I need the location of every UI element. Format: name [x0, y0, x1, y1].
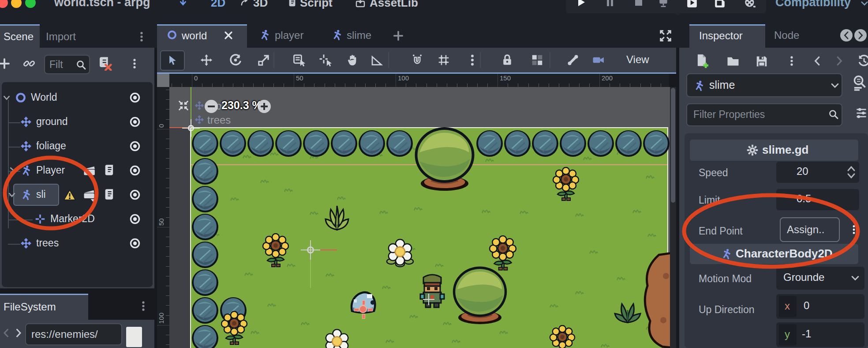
tab-script[interactable]: Script: [300, 0, 333, 10]
resource-menu-icon[interactable]: [786, 54, 797, 68]
up-direction-x-field[interactable]: x 0: [776, 294, 864, 319]
tree-node-label[interactable]: foliage: [36, 140, 102, 153]
tab-inspector[interactable]: Inspector: [689, 26, 765, 48]
minimize-window-button[interactable]: [11, 0, 22, 8]
tab-scene[interactable]: Scene: [0, 26, 40, 48]
spinner-icon[interactable]: [846, 165, 857, 179]
save-resource-button[interactable]: [755, 55, 768, 68]
dock-nav-left-button[interactable]: [840, 29, 853, 42]
scale-tool-button[interactable]: [257, 53, 270, 67]
distraction-free-icon[interactable]: [178, 0, 188, 7]
up-direction-y-field[interactable]: y -1: [776, 322, 864, 347]
open-scene-icon[interactable]: [83, 164, 96, 178]
limit-field[interactable]: 0.5: [776, 189, 859, 210]
open-scene-icon[interactable]: [83, 189, 96, 202]
snap-options-menu-button[interactable]: [466, 53, 479, 67]
tree-expander[interactable]: [7, 166, 17, 175]
tree-row-player[interactable]: Player: [2, 160, 153, 182]
tree-node-label[interactable]: Marker2D: [50, 213, 116, 226]
pause-button[interactable]: [605, 0, 615, 8]
camera-override-button[interactable]: [592, 53, 605, 67]
3d-mode-icon[interactable]: [240, 0, 250, 7]
tree-row-trees[interactable]: trees: [2, 233, 153, 254]
canvas-scrollbar[interactable]: [670, 87, 676, 348]
script-section-header[interactable]: slime.gd: [690, 140, 858, 161]
detach-script-button[interactable]: [98, 57, 112, 71]
script-icon[interactable]: [103, 188, 116, 201]
new-scene-tab-button[interactable]: [393, 30, 404, 42]
tab-node[interactable]: Node: [774, 29, 799, 42]
history-menu-icon[interactable]: [857, 54, 868, 68]
recenter-view-icon[interactable]: [178, 100, 189, 111]
canvas-viewport[interactable]: ground230.3 %trees: [169, 87, 670, 348]
instance-scene-button[interactable]: [23, 57, 35, 70]
tree-row-foliage[interactable]: foliage: [2, 136, 153, 157]
tree-node-label[interactable]: trees: [36, 237, 102, 250]
tab-player[interactable]: player: [275, 29, 303, 42]
skeleton-options-button[interactable]: [566, 53, 580, 67]
fs-back-icon[interactable]: [1, 327, 11, 339]
filter-properties-input[interactable]: Filter Properties: [686, 103, 842, 126]
view-menu[interactable]: View: [626, 53, 649, 66]
visibility-eye-icon[interactable]: [129, 164, 141, 177]
scene-filter-input[interactable]: Filt: [44, 55, 90, 74]
zoom-window-button[interactable]: [25, 0, 36, 8]
visibility-eye-icon[interactable]: [129, 213, 141, 225]
pan-tool-button[interactable]: [346, 53, 359, 67]
play-custom-scene-button[interactable]: [714, 0, 726, 8]
node-selector-dropdown[interactable]: slime: [686, 73, 842, 97]
tab-2d[interactable]: 2D: [211, 0, 225, 10]
movie-mode-icon[interactable]: [744, 0, 756, 9]
warning-icon[interactable]: [64, 189, 76, 200]
stop-button[interactable]: [633, 0, 644, 8]
dock-nav-right-button[interactable]: [854, 29, 867, 42]
tab-slime[interactable]: slime: [347, 29, 371, 42]
scrollbar-thumb[interactable]: [671, 88, 675, 203]
rotate-tool-button[interactable]: [229, 53, 242, 67]
remote-debug-icon[interactable]: [658, 0, 669, 8]
visibility-eye-icon[interactable]: [129, 189, 141, 201]
script-icon[interactable]: [103, 164, 116, 177]
zoom-out-button[interactable]: [205, 100, 218, 113]
scene-toolbar-menu-icon[interactable]: [129, 57, 140, 71]
visibility-eye-icon[interactable]: [129, 116, 141, 128]
assetlib-icon[interactable]: [355, 0, 366, 8]
search-docs-icon[interactable]: [852, 74, 867, 92]
smart-snap-toggle-button[interactable]: [411, 53, 424, 67]
add-node-button[interactable]: [0, 57, 11, 70]
fs-file-thumbnail[interactable]: [126, 327, 142, 347]
renderer-selector[interactable]: Compatibility: [775, 0, 851, 9]
characterbody2d-section-header[interactable]: CharacterBody2D: [690, 244, 858, 264]
tab-import[interactable]: Import: [46, 30, 76, 43]
tree-row-ground[interactable]: ground: [2, 112, 153, 133]
ruler-tool-button[interactable]: [370, 53, 383, 67]
tree-row-marker2d[interactable]: Marker2D: [2, 209, 153, 230]
close-tab-icon[interactable]: [223, 30, 234, 41]
scene-tabbar-menu-icon[interactable]: [136, 30, 147, 43]
end-point-menu-icon[interactable]: [849, 221, 859, 238]
play-scene-button[interactable]: [686, 0, 698, 8]
script-mode-icon[interactable]: [288, 0, 297, 7]
visibility-eye-icon[interactable]: [129, 140, 141, 152]
marker2d-gizmo[interactable]: [359, 305, 367, 313]
selection-list-tool-button[interactable]: [293, 53, 306, 67]
play-button[interactable]: [576, 0, 586, 8]
assign-button[interactable]: Assign..: [780, 217, 840, 242]
tree-node-label[interactable]: World: [31, 91, 97, 105]
fs-forward-icon[interactable]: [13, 327, 24, 339]
tab-filesystem[interactable]: FileSystem: [0, 295, 88, 320]
pivot-tool-button[interactable]: [319, 53, 333, 67]
tab-3d[interactable]: 3D: [253, 0, 268, 10]
tree-row-world[interactable]: World: [2, 87, 153, 109]
select-tool-button[interactable]: [160, 50, 185, 71]
visibility-eye-icon[interactable]: [129, 237, 141, 250]
history-forward-icon[interactable]: [834, 54, 845, 68]
fs-path-input[interactable]: res://enemies/: [25, 323, 122, 345]
inspector-tools-icon[interactable]: [855, 106, 868, 120]
motion-mode-dropdown[interactable]: Grounde: [776, 267, 864, 290]
group-button-button[interactable]: [531, 53, 544, 67]
speed-field[interactable]: 20: [776, 162, 859, 183]
tree-node-label[interactable]: ground: [36, 116, 102, 129]
tab-assetlib[interactable]: AssetLib: [370, 0, 418, 10]
filesystem-menu-icon[interactable]: [138, 299, 149, 313]
